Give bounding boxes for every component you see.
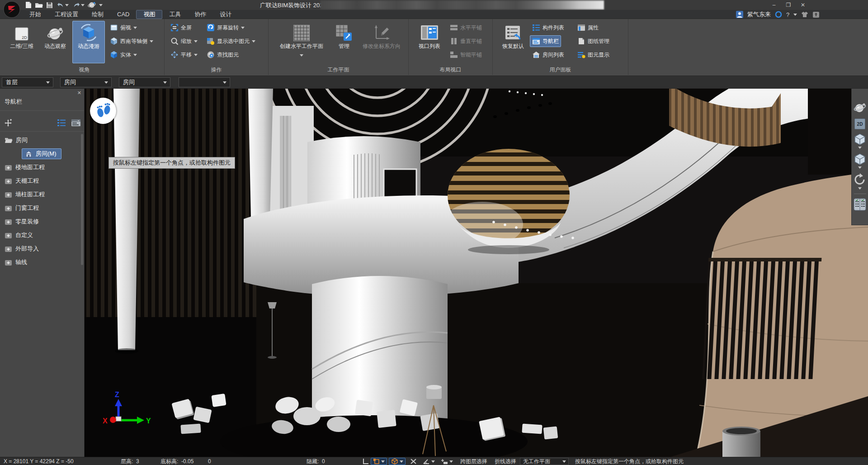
extra-select[interactable]	[179, 77, 230, 87]
angle-snap-button[interactable]	[420, 458, 437, 465]
tab-start[interactable]: 开始	[23, 10, 48, 19]
room-list-button[interactable]: 房间列表	[530, 49, 566, 61]
cube-view-button[interactable]	[852, 133, 868, 146]
ortho-mode-button[interactable]	[360, 458, 372, 465]
restore-button[interactable]: ❐	[781, 1, 796, 9]
redo-dropdown-caret[interactable]	[81, 4, 85, 6]
rect-select-mode-button[interactable]	[371, 458, 387, 465]
tab-draw[interactable]: 绘制	[85, 10, 110, 19]
polyline-select-button[interactable]: 折线选择	[492, 457, 519, 465]
reference-point-caret[interactable]	[449, 460, 453, 463]
workplane-manage-button[interactable]: 管理	[333, 21, 355, 63]
rect-select-caret[interactable]	[381, 460, 385, 463]
save-button[interactable]	[46, 2, 53, 9]
reference-point-button[interactable]	[439, 458, 455, 465]
redo-button[interactable]	[72, 2, 85, 8]
user-name[interactable]: 紫气东来	[747, 10, 771, 19]
toolbar-options-caret[interactable]	[99, 4, 103, 6]
screen-rotate-button[interactable]: 屏幕旋转	[204, 22, 247, 33]
floor-select[interactable]: 首层	[2, 77, 53, 87]
find-element-button[interactable]: 查找图元	[204, 49, 241, 61]
view-list-button[interactable]	[852, 197, 868, 212]
orbit-quick-icon[interactable]	[88, 1, 96, 9]
workplane-dropdown[interactable]: 无工作平面	[520, 458, 569, 465]
tree-item-wall-column-works[interactable]: 墙柱面工程	[0, 188, 84, 201]
new-file-button[interactable]	[25, 1, 32, 9]
tab-project-settings[interactable]: 工程设置	[48, 10, 85, 19]
create-workplane-caret[interactable]	[300, 54, 303, 57]
tab-tools[interactable]: 工具	[162, 10, 188, 19]
tree-item-axis-lines[interactable]: 轴线	[0, 256, 84, 269]
help-button[interactable]: ?	[786, 11, 789, 18]
tree-item-room-folder[interactable]: 房间	[0, 134, 84, 147]
panel-view-button[interactable]	[71, 119, 81, 127]
tree-item-misc-decoration[interactable]: 零星装修	[0, 215, 84, 228]
solid-select-mode-button[interactable]	[389, 458, 406, 465]
properties-button[interactable]: 属性	[575, 22, 601, 33]
cube-view-caret[interactable]	[852, 147, 868, 149]
orbit-view-button[interactable]	[852, 102, 868, 114]
tree-item-door-window-works[interactable]: 门窗工程	[0, 202, 84, 214]
minimize-button[interactable]: –	[767, 1, 781, 9]
component-list-button[interactable]: 构件列表	[530, 22, 566, 33]
selected-tree-item[interactable]: 房间(M)	[22, 148, 61, 159]
app-logo[interactable]	[3, 0, 21, 19]
create-horizontal-workplane-button[interactable]: 创建水平工作平面	[271, 21, 332, 63]
angle-snap-caret[interactable]	[431, 460, 435, 463]
tab-design[interactable]: 设计	[213, 10, 238, 19]
toggle-2d3d-button[interactable]: 2D 二维/三维	[5, 21, 38, 63]
category-select[interactable]: 房间	[60, 77, 112, 87]
cube-view2-button[interactable]	[852, 153, 868, 166]
sidebar-scrollbar[interactable]	[81, 134, 83, 265]
tree-item-floor-works[interactable]: 楼地面工程	[0, 161, 84, 174]
viewport-3d[interactable]: X Y Z 按鼠标左键指定第一个角点，或拾取构件图元	[85, 89, 868, 457]
zoom-button[interactable]: 缩放	[168, 35, 200, 47]
sw-isometric-caret[interactable]	[150, 40, 153, 43]
tab-cad[interactable]: CAD	[110, 10, 136, 19]
upload-icon[interactable]	[812, 11, 820, 18]
theme-icon[interactable]	[801, 11, 808, 18]
user-avatar[interactable]	[736, 11, 743, 18]
sw-isometric-button[interactable]: 西南等轴侧	[108, 35, 156, 47]
screen-rotate-caret[interactable]	[241, 27, 245, 29]
help-caret[interactable]	[793, 14, 797, 16]
panel-close-button[interactable]: ✕	[77, 90, 81, 96]
cube-view2-caret[interactable]	[852, 166, 868, 169]
restore-default-button[interactable]: 恢复默认	[497, 21, 529, 63]
show-selected-button[interactable]: 显示选中图元	[204, 35, 258, 47]
cross-layer-select-button[interactable]: 跨图层选择	[458, 457, 490, 465]
tree-item-custom[interactable]: 自定义	[0, 229, 84, 242]
sync-icon[interactable]	[775, 11, 782, 18]
viewport-list-button[interactable]: 视口列表	[413, 21, 446, 63]
show-selected-caret[interactable]	[252, 40, 255, 43]
snap-cross-button[interactable]	[408, 458, 419, 465]
rotate-view-button[interactable]	[852, 173, 868, 186]
undo-dropdown-caret[interactable]	[65, 4, 69, 6]
tree-item-ceiling-works[interactable]: 天棚工程	[0, 175, 84, 187]
open-file-button[interactable]	[35, 2, 43, 9]
element-display-button[interactable]: 图元显示	[575, 49, 612, 61]
dynamic-orbit-button[interactable]: 动态观察	[39, 21, 71, 63]
solid-style-button[interactable]: 实体	[108, 49, 139, 61]
top-view-caret[interactable]	[133, 27, 137, 29]
list-view-button[interactable]	[57, 119, 66, 127]
undo-button[interactable]	[56, 2, 69, 8]
rotate-view-caret[interactable]	[852, 187, 868, 190]
2d-view-button[interactable]: 2D	[852, 119, 868, 129]
solid-style-caret[interactable]	[133, 54, 137, 56]
zoom-caret[interactable]	[194, 40, 198, 43]
pan-button[interactable]: 平移	[168, 49, 200, 61]
pan-caret[interactable]	[194, 54, 198, 56]
add-node-button[interactable]	[4, 119, 13, 128]
dynamic-walkthrough-button[interactable]: 动态漫游	[72, 21, 105, 63]
type-select[interactable]: 房间	[119, 77, 170, 87]
solid-select-caret[interactable]	[400, 460, 403, 463]
tab-view[interactable]: 视图	[136, 10, 162, 19]
navigation-bar-toggle[interactable]: 导航栏	[530, 35, 561, 47]
full-screen-button[interactable]: 全屏	[168, 22, 194, 33]
top-view-button[interactable]: 俯视	[108, 22, 139, 33]
tab-collaborate[interactable]: 协作	[188, 10, 213, 19]
drawing-manage-button[interactable]: 图纸管理	[575, 35, 612, 47]
tree-item-room-m[interactable]: 房间(M)	[0, 147, 84, 160]
tree-item-external-import[interactable]: 外部导入	[0, 242, 84, 255]
